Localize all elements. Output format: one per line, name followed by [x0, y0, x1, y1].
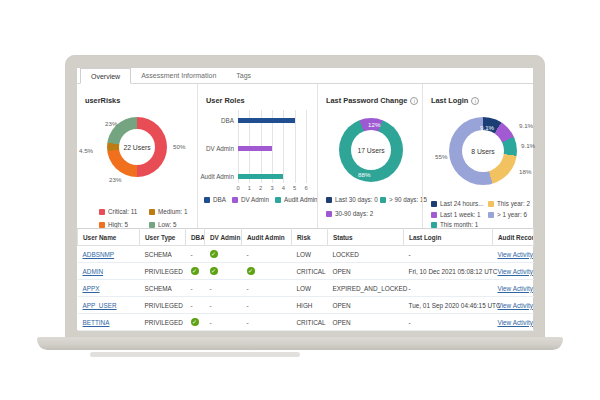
- audit-admin-check-icon: -: [247, 319, 249, 326]
- x-tick: 4: [282, 185, 285, 191]
- col-header-dv-admin: DV Admin: [205, 229, 242, 246]
- panel-last-password-change: Last Password Changei 17 Users 12% 88% L…: [317, 84, 422, 228]
- audit-admin-check-icon: -: [247, 285, 249, 292]
- view-activity-link[interactable]: View Activity: [498, 268, 533, 275]
- last-login-legend: Last 24 hours... This year: 2 Last 1 wee…: [431, 200, 530, 229]
- table-row: BETTINA PRIVILEGED ✓ - - CRITICAL OPEN -…: [78, 314, 534, 331]
- dba-check-icon: ✓: [191, 267, 199, 275]
- col-header-last-login: Last Login: [404, 229, 493, 246]
- dashboard-card: Overview Assessment Information Tags use…: [77, 68, 533, 330]
- legend-swatch: [488, 212, 494, 218]
- pct-label-over-1-year: 55%: [435, 153, 447, 160]
- last-login-cell: -: [404, 280, 493, 297]
- legend-item: Last 24 hours...: [431, 200, 488, 208]
- dba-check-icon: ✓: [191, 318, 199, 326]
- tab-bar: Overview Assessment Information Tags: [77, 68, 533, 84]
- bar-dv-admin[interactable]: [238, 146, 272, 151]
- status-cell: LOCKED: [328, 246, 404, 263]
- user-name-link[interactable]: BETTINA: [83, 319, 110, 326]
- user-roles-title: User Roles: [206, 96, 245, 105]
- last-login-cell: Tue, 01 Sep 2020 04:46:15 UTC: [404, 297, 493, 314]
- pct-label-last-1-week: 9.1%: [519, 122, 533, 129]
- last-login-title: Last Logini: [431, 96, 479, 105]
- laptop-base: [37, 337, 563, 350]
- legend-swatch: [488, 201, 494, 207]
- x-tick: 1: [248, 185, 251, 191]
- donut-center-label: 8 Users: [462, 130, 504, 172]
- bar-audit-admin[interactable]: [238, 174, 283, 179]
- dba-check-icon: -: [191, 251, 193, 258]
- audit-admin-check-icon: ✓: [247, 267, 255, 275]
- pct-label-last-24-hours: 9.1%: [480, 124, 494, 131]
- x-tick: 6: [304, 185, 307, 191]
- legend-swatch: [204, 197, 210, 203]
- col-header-user-name: User Name: [78, 229, 140, 246]
- tab-overview[interactable]: Overview: [80, 68, 131, 84]
- legend-swatch: [326, 197, 332, 203]
- panel-user-risks: userRisks 22 Users 50% 23% 4.5% 23% Crit…: [77, 84, 197, 228]
- legend-item: Medium: 1: [149, 208, 187, 216]
- legend-swatch: [275, 197, 281, 203]
- legend-item: Last 30 days: 0: [326, 196, 380, 204]
- dv-admin-check-icon: ✓: [210, 267, 218, 275]
- status-cell: OPEN: [328, 263, 404, 280]
- dv-admin-check-icon: -: [210, 285, 212, 292]
- view-activity-link[interactable]: View Activity: [498, 302, 533, 309]
- legend-swatch: [431, 201, 437, 207]
- table-row: APPX SCHEMA - - - LOW EXPIRED_AND_LOCKED…: [78, 280, 534, 297]
- panel-last-login: Last Logini 8 Users 9.1% 9.1% 9.1% 18% 5…: [422, 84, 533, 228]
- legend-item: Critical: 11: [99, 208, 149, 216]
- legend-swatch: [431, 212, 437, 218]
- user-risks-title: userRisks: [85, 96, 120, 105]
- user-name-link[interactable]: APP_USER: [83, 302, 117, 309]
- pct-label-this-year: 18%: [519, 168, 531, 175]
- view-activity-link[interactable]: View Activity: [498, 251, 533, 258]
- view-activity-link[interactable]: View Activity: [498, 285, 533, 292]
- legend-item: 30-90 days: 2: [326, 210, 380, 218]
- tab-tags[interactable]: Tags: [226, 68, 261, 83]
- bar-category-label: DV Admin: [198, 145, 234, 152]
- user-type-cell: PRIVILEGED: [140, 314, 186, 331]
- legend-swatch: [326, 211, 332, 217]
- info-icon[interactable]: i: [410, 97, 418, 105]
- audit-admin-check-icon: -: [247, 302, 249, 309]
- info-icon[interactable]: i: [471, 97, 479, 105]
- status-cell: OPEN: [328, 297, 404, 314]
- legend-item: DV Admin: [232, 196, 269, 204]
- gridline: [295, 110, 296, 183]
- legend-swatch: [380, 197, 386, 203]
- view-activity-link[interactable]: View Activity: [498, 319, 533, 326]
- dv-admin-check-icon: -: [210, 319, 212, 326]
- bar-dba[interactable]: [238, 118, 295, 123]
- x-tick: 5: [293, 185, 296, 191]
- charts-row: userRisks 22 Users 50% 23% 4.5% 23% Crit…: [77, 84, 533, 228]
- tab-assessment-information[interactable]: Assessment Information: [131, 68, 226, 83]
- legend-item: This year: 2: [488, 200, 530, 208]
- risk-cell: CRITICAL: [292, 314, 328, 331]
- user-name-link[interactable]: APPX: [83, 285, 100, 292]
- donut-center-label: 17 Users: [351, 130, 391, 170]
- legend-swatch: [99, 209, 105, 215]
- pct-label-high: 23%: [109, 176, 121, 183]
- bar-category-label: DBA: [198, 117, 234, 124]
- audit-admin-check-icon: -: [247, 251, 249, 258]
- user-name-link[interactable]: ADBSNMP: [83, 251, 115, 258]
- laptop-screen: Overview Assessment Information Tags use…: [65, 55, 545, 337]
- risk-cell: CRITICAL: [292, 263, 328, 280]
- legend-item: > 90 days: 15: [380, 196, 427, 204]
- col-header-risk: Risk: [292, 229, 328, 246]
- col-header-audit-admin: Audit Admin: [242, 229, 292, 246]
- user-name-link[interactable]: ADMIN: [83, 268, 104, 275]
- user-type-cell: PRIVILEGED: [140, 297, 186, 314]
- user-risks-legend: Critical: 11 Medium: 1 High: 5 Low: 5: [99, 208, 187, 229]
- users-table: User Name User Type DBA DV Admin Audit A…: [77, 228, 534, 331]
- col-header-audit-records: Audit Records: [493, 229, 534, 246]
- status-cell: EXPIRED_AND_LOCKED: [328, 280, 404, 297]
- table-row: ADMIN PRIVILEGED ✓ ✓ ✓ CRITICAL OPEN Fri…: [78, 263, 534, 280]
- user-type-cell: SCHEMA: [140, 280, 186, 297]
- bar-category-label: Audit Admin: [198, 173, 234, 180]
- risk-cell: LOW: [292, 280, 328, 297]
- pct-label-this-month: 9.1%: [521, 142, 535, 149]
- table-header-row: User Name User Type DBA DV Admin Audit A…: [78, 229, 534, 246]
- legend-item: Audit Admin: [275, 196, 318, 204]
